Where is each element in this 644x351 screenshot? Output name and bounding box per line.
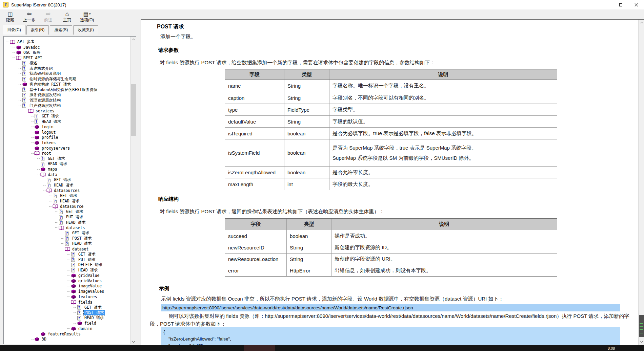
tree-connector: [19, 106, 21, 106]
tree-item[interactable]: ? HEAD 请求: [4, 220, 131, 225]
tree-item[interactable]: ? POST 请求: [4, 236, 131, 241]
tree-item[interactable]: ? 基于Token访问受保护的REST服务资源: [4, 87, 131, 92]
tree-item[interactable]: ? 服务资源层次结构: [4, 92, 131, 98]
page-question-icon: ?: [53, 199, 58, 203]
tree-item[interactable]: ? GET 请求: [4, 252, 131, 257]
tree-item[interactable]: ? field: [4, 321, 131, 326]
tree-item[interactable]: ? GET 请求: [4, 156, 131, 161]
tree-item[interactable]: ? OGC 服务: [4, 50, 131, 55]
tree-item[interactable]: ? login: [4, 124, 131, 130]
tab-search[interactable]: 搜索(S): [50, 25, 72, 35]
tree-item[interactable]: ? profile: [4, 135, 131, 140]
page-question-icon: ?: [22, 93, 27, 97]
tree-item[interactable]: ? HEAD 请求: [4, 161, 131, 167]
scroll-up-icon[interactable]: [130, 37, 136, 42]
tree-item[interactable]: ? DELETE 请求: [4, 262, 131, 268]
page-question-icon: ?: [40, 156, 46, 161]
tree-item[interactable]: ? imageValues: [4, 289, 131, 294]
tree-item[interactable]: ? data: [4, 172, 131, 177]
highlighted-url: http://supermapiserver:8090/iserver/serv…: [161, 304, 620, 311]
tree-item[interactable]: ? services: [4, 108, 131, 114]
tree-item-label: HEAD 请求: [53, 183, 74, 188]
tree-item[interactable]: ? PUT 请求: [4, 215, 131, 220]
tree-item[interactable]: ? 门户资源层次结构: [4, 103, 131, 108]
tree-item[interactable]: ? fields: [4, 300, 131, 305]
minimize-button[interactable]: [597, 0, 613, 9]
tree-item[interactable]: ? Javadoc: [4, 45, 131, 50]
tree-item[interactable]: ? gridValues: [4, 278, 131, 284]
tree-item[interactable]: ? datasources: [4, 188, 131, 193]
tab-index[interactable]: 索引(N): [26, 25, 49, 35]
scroll-up-icon[interactable]: [639, 20, 644, 25]
tree-item[interactable]: ? 表述格式介绍: [4, 66, 131, 71]
page-question-icon: ?: [53, 194, 58, 198]
tree-item[interactable]: ? logout: [4, 130, 131, 135]
tab-contents[interactable]: 目录(C): [3, 25, 25, 35]
tree-item[interactable]: ? GET 请求: [4, 193, 131, 199]
tree-item[interactable]: ? HEAD 请求: [4, 199, 131, 204]
table-row: caption String 字段别名，不同的字段可以有相同的别名。: [225, 92, 557, 104]
scroll-down-icon[interactable]: [639, 338, 644, 344]
column-header: 说明: [331, 219, 557, 230]
tree-item[interactable]: ? 临时资源的存储与生命周期: [4, 76, 131, 82]
tree-item[interactable]: ? PUT 请求: [4, 257, 131, 262]
tree-item[interactable]: ? dataset: [4, 246, 131, 252]
tree-item[interactable]: ? HEAD 请求: [4, 119, 131, 124]
tree-item[interactable]: ? 概述: [4, 61, 131, 66]
tree-item[interactable]: ? GET 请求: [4, 209, 131, 215]
forward-button[interactable]: 前进: [40, 10, 56, 24]
taskbar-app-button[interactable]: [244, 345, 275, 351]
tree-item[interactable]: ? HEAD 请求: [4, 268, 131, 273]
hide-button[interactable]: 隐藏: [2, 10, 18, 24]
tree-item[interactable]: ? proxyservers: [4, 146, 131, 151]
maximize-button[interactable]: [613, 0, 628, 9]
tree-item-label: tokens: [41, 140, 57, 145]
page-question-icon: ?: [59, 215, 64, 220]
book-open-icon: ?: [28, 109, 34, 113]
tree-item[interactable]: ? datasource: [4, 204, 131, 209]
content-scrollbar-thumb[interactable]: [639, 315, 644, 337]
tree-connector: [31, 142, 34, 143]
tree-item[interactable]: ? features: [4, 294, 131, 300]
tree-item[interactable]: ? HEAD 请求: [4, 241, 131, 246]
tree-item[interactable]: ? 客户端构建 REST 请求: [4, 82, 131, 87]
tree-item[interactable]: ? GET 请求: [4, 177, 131, 183]
tree-item[interactable]: ? domain: [4, 326, 131, 331]
tree-item[interactable]: ? GET 请求: [4, 114, 131, 119]
tree-item[interactable]: ? 3D: [4, 337, 131, 342]
svg-text:?: ?: [66, 242, 68, 245]
back-button[interactable]: 上一步: [21, 10, 37, 24]
tree-item[interactable]: ? GET 请求: [4, 305, 131, 310]
tree-item[interactable]: ? REST API: [4, 55, 131, 61]
tree-item[interactable]: ? imageValue: [4, 284, 131, 289]
tree-scrollbar[interactable]: [130, 37, 136, 344]
scroll-down-icon[interactable]: [130, 338, 136, 344]
tree-item[interactable]: ? GET 请求: [4, 231, 131, 236]
tree-item-label: GET 请求: [84, 305, 102, 310]
svg-text:?: ?: [78, 306, 80, 309]
tree-item[interactable]: ? tokens: [4, 140, 131, 146]
home-button[interactable]: 主页: [59, 10, 75, 24]
tab-favorites[interactable]: 收藏夹(I): [73, 25, 98, 35]
response-structure-heading: 响应结构: [158, 196, 179, 202]
tree-item[interactable]: ? maps: [4, 167, 131, 172]
tree-connector: [19, 79, 21, 79]
tree-item[interactable]: ? datasets: [4, 225, 131, 231]
tree-connector: [43, 191, 46, 191]
tree-item[interactable]: ? gridValue: [4, 273, 131, 278]
options-button[interactable]: 选项(O): [78, 10, 96, 24]
tree-item[interactable]: ? 管理资源层次结构: [4, 98, 131, 103]
close-button[interactable]: [628, 0, 644, 9]
tree-item[interactable]: ? HEAD 请求: [4, 183, 131, 188]
tree-connector: [37, 158, 40, 159]
tree-item[interactable]: ? API 参考: [4, 39, 131, 45]
tree-item[interactable]: ? HEAD 请求: [4, 315, 131, 321]
table-row: isSystemField boolean 是否为 SuperMap 系统字段，…: [225, 139, 557, 166]
tree-connector: [61, 238, 64, 239]
tree-item[interactable]: ? POST 请求: [4, 310, 131, 315]
tree-scrollbar-thumb[interactable]: [131, 84, 136, 136]
tree-item[interactable]: ? root: [4, 151, 131, 156]
tree-item[interactable]: ? 状态码列表及说明: [4, 71, 131, 76]
tree-item[interactable]: ? featureResults: [4, 331, 131, 337]
content-scrollbar[interactable]: [638, 20, 644, 345]
